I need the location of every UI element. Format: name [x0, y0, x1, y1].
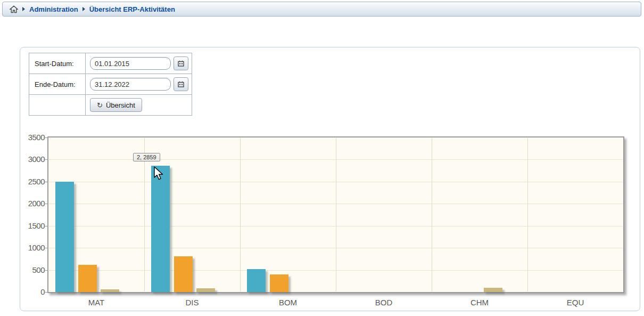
y-axis-tick — [44, 270, 47, 271]
x-axis-category-label-dis: DIS — [144, 298, 240, 307]
y-axis-tick-label: 0 — [16, 287, 45, 296]
x-axis-category-label-bod: BOD — [336, 298, 432, 307]
calendar-icon — [178, 81, 184, 87]
calendar-icon — [178, 60, 184, 67]
gridline-vertical — [527, 138, 528, 291]
x-axis-category-label-mat: MAT — [48, 298, 144, 307]
bar-dis-series-3[interactable] — [196, 288, 215, 292]
y-axis-tick-label: 3000 — [16, 155, 45, 164]
y-axis-tick-label: 2000 — [16, 199, 45, 208]
start-date-calendar-button[interactable] — [174, 56, 188, 70]
breadcrumb-item-administration[interactable]: Administration — [29, 5, 78, 13]
uebersicht-button[interactable]: ↻ Übersicht — [90, 98, 142, 112]
x-axis-category-label-bom: BOM — [240, 298, 336, 307]
y-axis-tick — [44, 159, 47, 160]
bar-dis-series-1[interactable] — [151, 166, 170, 292]
bar-bom-series-2[interactable] — [270, 274, 288, 292]
end-date-calendar-button[interactable] — [174, 77, 188, 91]
date-filter-form: Start-Datum: Ende-Datum: — [29, 53, 192, 116]
bar-mat-series-3[interactable] — [101, 289, 119, 292]
y-axis-tick-label: 1500 — [16, 221, 45, 230]
y-axis-tick — [44, 292, 47, 293]
home-icon — [10, 5, 18, 13]
chart-tooltip: 2, 2859 — [133, 153, 160, 161]
start-date-row: Start-Datum: — [29, 53, 192, 74]
bar-bom-series-1[interactable] — [247, 269, 266, 292]
uebersicht-button-label: Übersicht — [106, 101, 135, 109]
bar-chm-series-3[interactable] — [484, 288, 502, 292]
breadcrumb-arrow-icon — [22, 7, 25, 11]
submit-row: ↻ Übersicht — [29, 95, 192, 116]
empty-cell — [29, 95, 86, 116]
bar-dis-series-2[interactable] — [174, 256, 193, 292]
bar-mat-series-2[interactable] — [78, 265, 97, 292]
gridline-vertical — [432, 138, 432, 291]
breadcrumb: Administration Übersicht ERP-Aktivitäten — [2, 2, 641, 17]
end-date-input[interactable] — [90, 78, 171, 91]
refresh-icon: ↻ — [97, 101, 103, 109]
gridline-vertical — [240, 138, 241, 291]
y-axis-tick-label: 2500 — [16, 177, 45, 186]
y-axis-tick — [44, 182, 47, 182]
y-axis-tick — [44, 248, 47, 248]
x-axis-category-label-equ: EQU — [527, 298, 623, 307]
bar-mat-series-1[interactable] — [55, 182, 74, 292]
y-axis-tick-label: 1000 — [16, 243, 45, 252]
y-axis-tick — [44, 137, 47, 138]
breadcrumb-arrow-icon — [82, 7, 85, 11]
gridline-vertical — [336, 138, 336, 291]
end-date-label: Ende-Datum: — [29, 74, 86, 95]
start-date-label: Start-Datum: — [29, 53, 86, 74]
mouse-cursor-icon — [153, 166, 166, 181]
y-axis-tick-label: 500 — [16, 265, 45, 274]
x-axis-category-label-chm: CHM — [432, 298, 527, 307]
start-date-input[interactable] — [90, 57, 171, 70]
y-axis-tick-label: 3500 — [16, 133, 45, 142]
end-date-row: Ende-Datum: — [29, 74, 192, 95]
y-axis-tick — [44, 226, 47, 226]
y-axis-tick — [44, 204, 47, 204]
breadcrumb-item-erp-activities[interactable]: Übersicht ERP-Aktivitäten — [89, 5, 175, 13]
home-button[interactable] — [10, 5, 18, 13]
